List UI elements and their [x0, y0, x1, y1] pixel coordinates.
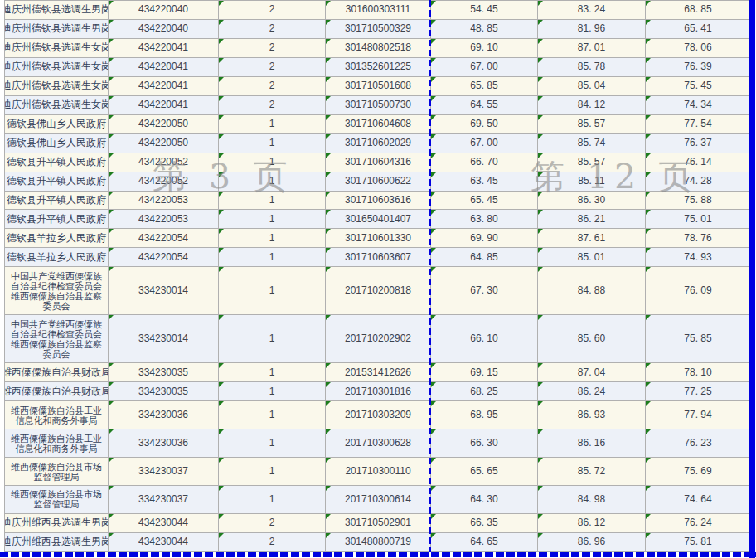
cell-openings[interactable]: 1	[219, 486, 326, 514]
cell-org[interactable]: 德钦县羊拉乡人民政府	[5, 229, 109, 248]
cell-openings[interactable]: 1	[219, 134, 326, 153]
cell-final-score[interactable]: 74. 64	[646, 486, 751, 514]
cell-final-score[interactable]: 74. 28	[646, 172, 751, 192]
cell-final-score[interactable]: 77. 54	[646, 115, 751, 134]
cell-written-score[interactable]: 66. 35	[431, 514, 538, 533]
cell-written-score[interactable]: 64. 65	[431, 533, 538, 552]
cell-written-score[interactable]: 67. 00	[431, 134, 538, 153]
cell-written-score[interactable]: 65. 45	[431, 192, 538, 211]
cell-final-score[interactable]: 75. 88	[646, 192, 751, 211]
cell-org[interactable]: 德钦县升平镇人民政府	[5, 192, 109, 211]
cell-job-code[interactable]: 434220053	[109, 210, 219, 229]
cell-final-score[interactable]: 75. 81	[646, 533, 751, 552]
cell-openings[interactable]: 1	[219, 401, 326, 429]
cell-interview-score[interactable]: 86. 96	[538, 533, 646, 552]
cell-exam-number[interactable]: 301710500730	[326, 96, 431, 115]
cell-openings[interactable]: 2	[219, 39, 326, 58]
cell-org[interactable]: 迪庆州德钦县选调生女岗	[5, 58, 109, 77]
cell-openings[interactable]: 1	[219, 229, 326, 248]
cell-exam-number[interactable]: 301600303111	[326, 1, 431, 20]
cell-org[interactable]: 维西傈僳族自治县市场监督管理局	[5, 486, 109, 514]
cell-final-score[interactable]: 76. 24	[646, 514, 751, 533]
cell-interview-score[interactable]: 85. 01	[538, 248, 646, 267]
cell-openings[interactable]: 1	[219, 210, 326, 229]
cell-interview-score[interactable]: 87. 01	[538, 39, 646, 58]
cell-final-score[interactable]: 76. 39	[646, 58, 751, 77]
cell-interview-score[interactable]: 85. 72	[538, 458, 646, 486]
cell-final-score[interactable]: 76. 09	[646, 267, 751, 315]
cell-job-code[interactable]: 334230036	[109, 429, 219, 458]
cell-job-code[interactable]: 434220040	[109, 1, 219, 20]
cell-interview-score[interactable]: 86. 30	[538, 192, 646, 211]
cell-written-score[interactable]: 68. 25	[431, 382, 538, 401]
cell-written-score[interactable]: 66. 10	[431, 315, 538, 363]
cell-exam-number[interactable]: 301710603616	[326, 192, 431, 211]
cell-final-score[interactable]: 75. 85	[646, 315, 751, 363]
cell-job-code[interactable]: 334230035	[109, 382, 219, 401]
cell-final-score[interactable]: 74. 34	[646, 96, 751, 115]
cell-exam-number[interactable]: 301650401407	[326, 210, 431, 229]
cell-written-score[interactable]: 67. 30	[431, 267, 538, 315]
cell-job-code[interactable]: 434220054	[109, 229, 219, 248]
cell-exam-number[interactable]: 201710200818	[326, 267, 431, 315]
cell-interview-score[interactable]: 87. 04	[538, 363, 646, 382]
cell-final-score[interactable]: 78. 10	[646, 363, 751, 382]
cell-final-score[interactable]: 76. 23	[646, 429, 751, 458]
cell-interview-score[interactable]: 84. 12	[538, 96, 646, 115]
cell-final-score[interactable]: 75. 01	[646, 210, 751, 229]
cell-final-score[interactable]: 78. 76	[646, 229, 751, 248]
cell-written-score[interactable]: 65. 85	[431, 77, 538, 96]
cell-interview-score[interactable]: 85. 78	[538, 58, 646, 77]
cell-interview-score[interactable]: 86. 24	[538, 382, 646, 401]
cell-exam-number[interactable]: 301710602029	[326, 134, 431, 153]
cell-openings[interactable]: 2	[219, 514, 326, 533]
cell-job-code[interactable]: 434220050	[109, 134, 219, 153]
cell-job-code[interactable]: 434220053	[109, 192, 219, 211]
cell-openings[interactable]: 2	[219, 1, 326, 20]
cell-final-score[interactable]: 78. 06	[646, 39, 751, 58]
cell-interview-score[interactable]: 85. 04	[538, 77, 646, 96]
cell-exam-number[interactable]: 301710601330	[326, 229, 431, 248]
cell-job-code[interactable]: 334230036	[109, 401, 219, 429]
cell-written-score[interactable]: 69. 50	[431, 115, 538, 134]
cell-written-score[interactable]: 64. 55	[431, 96, 538, 115]
cell-written-score[interactable]: 66. 70	[431, 153, 538, 172]
cell-org[interactable]: 德钦县佛山乡人民政府	[5, 134, 109, 153]
cell-org[interactable]: 德钦县升平镇人民政府	[5, 172, 109, 192]
cell-exam-number[interactable]: 301710501608	[326, 77, 431, 96]
cell-org[interactable]: 维西傈僳族自治县工业信息化和商务外事局	[5, 429, 109, 458]
cell-interview-score[interactable]: 85. 57	[538, 153, 646, 172]
cell-final-score[interactable]: 65. 41	[646, 20, 751, 39]
cell-interview-score[interactable]: 86. 93	[538, 401, 646, 429]
cell-final-score[interactable]: 68. 85	[646, 1, 751, 20]
cell-job-code[interactable]: 434220054	[109, 248, 219, 267]
cell-final-score[interactable]: 76. 14	[646, 153, 751, 172]
cell-written-score[interactable]: 64. 85	[431, 248, 538, 267]
cell-org[interactable]: 迪庆州德钦县选调生女岗	[5, 77, 109, 96]
cell-exam-number[interactable]: 301480800719	[326, 533, 431, 552]
cell-org[interactable]: 中国共产党维西傈僳族自治县纪律检查委员会维西傈僳族自治县监察委员会	[5, 315, 109, 363]
cell-job-code[interactable]: 434220041	[109, 96, 219, 115]
cell-final-score[interactable]: 74. 93	[646, 248, 751, 267]
cell-openings[interactable]: 1	[219, 192, 326, 211]
cell-openings[interactable]: 2	[219, 77, 326, 96]
cell-interview-score[interactable]: 87. 61	[538, 229, 646, 248]
cell-exam-number[interactable]: 201710300110	[326, 458, 431, 486]
cell-job-code[interactable]: 334230014	[109, 315, 219, 363]
horizontal-page-break-line[interactable]	[0, 552, 756, 557]
cell-job-code[interactable]: 434220050	[109, 115, 219, 134]
cell-final-score[interactable]: 77. 94	[646, 401, 751, 429]
cell-org[interactable]: 德钦县佛山乡人民政府	[5, 115, 109, 134]
cell-written-score[interactable]: 66. 30	[431, 429, 538, 458]
cell-org[interactable]: 迪庆州德钦县选调生女岗	[5, 39, 109, 58]
cell-job-code[interactable]: 434220041	[109, 58, 219, 77]
cell-org[interactable]: 维西傈僳族自治县工业信息化和商务外事局	[5, 401, 109, 429]
cell-job-code[interactable]: 434230044	[109, 514, 219, 533]
cell-job-code[interactable]: 334230037	[109, 486, 219, 514]
cell-exam-number[interactable]: 201710300614	[326, 486, 431, 514]
cell-openings[interactable]: 2	[219, 533, 326, 552]
cell-job-code[interactable]: 334230014	[109, 267, 219, 315]
cell-org[interactable]: 德钦县羊拉乡人民政府	[5, 248, 109, 267]
cell-exam-number[interactable]: 301480802518	[326, 39, 431, 58]
cell-exam-number[interactable]: 301710603607	[326, 248, 431, 267]
